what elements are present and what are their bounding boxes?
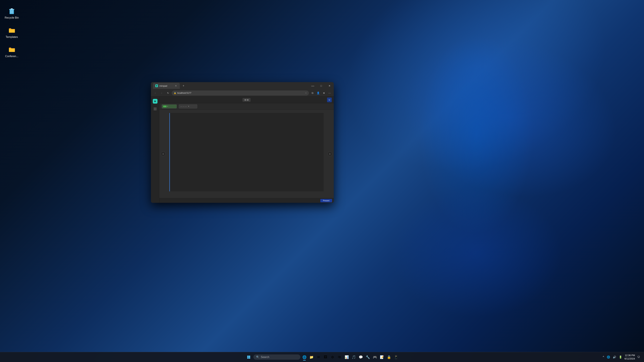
recycle-bin-image [8, 7, 16, 15]
conferences-label: Conferen... [5, 55, 18, 58]
bg-swirl-4 [409, 17, 544, 251]
taskbar-store-icon[interactable]: 🛍 [336, 354, 343, 360]
taskbar-right: ^ 🌐 🔊 🔋 12:36 PM 6/11/2024 🗨 [602, 354, 641, 360]
tab-close-button[interactable]: ✕ [174, 84, 178, 87]
taskbar-settings-icon[interactable]: ⚙ [330, 354, 336, 360]
toolbar-select-1[interactable]: ▾ [162, 104, 177, 108]
address-bar[interactable]: 🔒 localhost:5177 ☆ [172, 90, 309, 95]
sidebar-menu-button[interactable] [153, 107, 158, 111]
select-1-color [163, 106, 166, 107]
tab-title: miropad [159, 85, 173, 87]
browser-tab[interactable]: M miropad ✕ [153, 83, 180, 89]
templates-image [8, 26, 16, 34]
conferences-icon[interactable]: Conferen... [3, 45, 20, 58]
close-button[interactable]: ✕ [325, 82, 334, 89]
taskbar-extra-icon8[interactable]: 📱 [393, 354, 399, 360]
toolbar-right: ⧉ 👤 ★ ⋯ [310, 90, 332, 95]
system-tray: ^ 🌐 🔊 🔋 [602, 355, 623, 359]
favorites-button[interactable]: ★ [321, 90, 326, 95]
taskbar-extra-icon3[interactable]: 💬 [358, 354, 364, 360]
extra-icon-6: 📝 [380, 355, 384, 359]
new-tab-button[interactable]: + [181, 83, 186, 88]
app-logo-text: M [154, 100, 156, 103]
taskbar-extra-icon4[interactable]: 🔧 [365, 354, 371, 360]
app-sidebar: M [151, 96, 159, 203]
browser-menu-button[interactable]: ⋯ [327, 90, 332, 95]
profile-button[interactable]: 👤 [316, 90, 321, 95]
taskbar-photos-icon[interactable]: 🖼 [322, 354, 328, 360]
svg-rect-6 [247, 356, 249, 357]
menu-line-2 [154, 109, 157, 109]
svg-rect-8 [247, 357, 249, 359]
bookmark-icon[interactable]: ☆ [305, 92, 307, 94]
maximize-button[interactable]: □ [317, 82, 325, 89]
app-header-tabs: ⊟ ⊟ [242, 98, 250, 102]
toolbar-select-2[interactable]: — — — ▾ [179, 104, 197, 108]
prev-arrow-icon: ‹ [163, 152, 164, 155]
volume-tray-icon[interactable]: 🔊 [612, 355, 617, 359]
security-icon: 🔒 [174, 92, 176, 94]
back-button[interactable]: ‹ [152, 90, 158, 96]
templates-icon[interactable]: Templates [3, 26, 20, 38]
recycle-bin-label: Recycle Bin [5, 16, 19, 19]
tab-favicon: M [155, 84, 158, 87]
next-arrow-icon: › [330, 152, 330, 155]
time-display: 12:36 PM [624, 354, 635, 357]
recycle-bin-icon[interactable]: Recycle Bin [3, 7, 20, 19]
canvas-next-button[interactable]: › [327, 151, 332, 156]
taskbar-extra-icon2[interactable]: 🎵 [351, 354, 357, 360]
url-text: localhost:5177 [177, 92, 304, 94]
refresh-button[interactable]: ↻ [165, 90, 171, 96]
select-1-arrow: ▾ [167, 105, 168, 107]
minimize-button[interactable]: — [308, 82, 317, 89]
app-logo[interactable]: M [153, 99, 158, 104]
browser-titlebar: M miropad ✕ + — □ ✕ [151, 82, 334, 89]
search-placeholder: Search [261, 356, 269, 359]
windows-logo-icon [247, 356, 250, 359]
user-avatar-text: U [329, 99, 330, 101]
taskbar: 🔍 Search 🌐 📁 ✉ 🖼 ⚙ 🛍 [0, 352, 644, 362]
canvas-prev-button[interactable]: ‹ [161, 151, 166, 156]
desktop-icons: Recycle Bin Templates Conferen... [3, 7, 20, 58]
taskbar-extra-icon1[interactable]: 📊 [344, 354, 350, 360]
extra-icon-2: 🎵 [352, 355, 356, 359]
taskbar-time[interactable]: 12:36 PM 6/11/2024 [624, 354, 635, 360]
desktop: Recycle Bin Templates Conferen... [0, 0, 644, 362]
browser-taskbar-icon: 🌐 [302, 355, 306, 359]
templates-label: Templates [6, 35, 18, 38]
taskbar-browser-icon[interactable]: 🌐 [301, 354, 308, 360]
slide-indicator-bar [170, 113, 170, 191]
app-footer: Present [159, 198, 334, 203]
slide-area [170, 113, 324, 191]
window-controls: — □ ✕ [308, 82, 334, 89]
tray-arrow-icon[interactable]: ^ [602, 355, 605, 359]
app-main: ⊟ ⊟ U ▾ — — — [159, 96, 334, 203]
app-toolbar: ▾ — — — ▾ [159, 103, 334, 110]
user-avatar-button[interactable]: U [327, 97, 332, 102]
notification-center-button[interactable]: 🗨 [636, 355, 641, 359]
start-button[interactable] [245, 354, 252, 361]
present-button-label: Present [323, 200, 330, 202]
battery-tray-icon[interactable]: 🔋 [618, 355, 623, 359]
browser-content: M ⊟ ⊟ [151, 96, 334, 203]
extra-icon-1: 📊 [345, 355, 349, 359]
svg-rect-2 [11, 8, 13, 9]
taskbar-extra-icon7[interactable]: 🔒 [386, 354, 392, 360]
header-tab-slides[interactable]: ⊟ ⊟ [242, 98, 250, 102]
extra-icon-8: 📱 [394, 355, 398, 359]
menu-line-3 [154, 110, 157, 110]
network-tray-icon[interactable]: 🌐 [606, 355, 611, 359]
select-2-text: — — — [180, 105, 187, 107]
app-canvas: ‹ › [159, 110, 334, 198]
store-taskbar-icon: 🛍 [338, 355, 341, 359]
taskbar-extra-icon6[interactable]: 📝 [379, 354, 385, 360]
present-button[interactable]: Present [320, 199, 332, 202]
extensions-button[interactable]: ⧉ [310, 90, 315, 95]
search-box[interactable]: 🔍 Search [254, 355, 300, 360]
taskbar-extra-icon5[interactable]: 🎮 [372, 354, 378, 360]
taskbar-explorer-icon[interactable]: 📁 [308, 354, 314, 360]
forward-button[interactable]: › [159, 90, 164, 96]
taskbar-mail-icon[interactable]: ✉ [316, 354, 322, 360]
settings-taskbar-icon: ⚙ [331, 355, 334, 359]
conferences-image [8, 45, 16, 54]
